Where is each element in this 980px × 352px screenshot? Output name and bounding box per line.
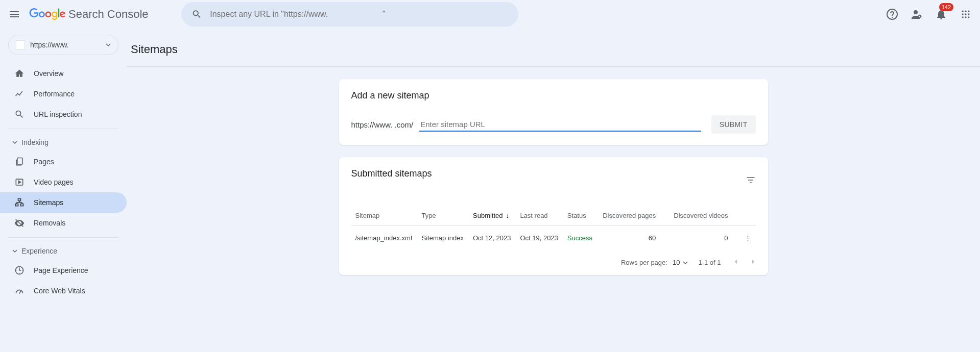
sitemap-url-input[interactable] <box>419 118 701 132</box>
prev-page-icon[interactable] <box>731 257 740 268</box>
col-discovered-pages[interactable]: Discovered pages <box>597 206 668 226</box>
col-type[interactable]: Type <box>418 206 469 226</box>
cell-discovered-videos: 0 <box>668 226 740 250</box>
cell-submitted: Oct 12, 2023 <box>469 226 516 250</box>
cell-sitemap: /sitemap_index.xml <box>351 226 418 250</box>
add-sitemap-card: Add a new sitemap https://www. .com/ SUB… <box>339 79 768 145</box>
svg-rect-13 <box>18 199 21 201</box>
sidebar-item-video-pages[interactable]: Video pages <box>0 172 127 192</box>
chevron-down-icon <box>12 248 17 254</box>
app-header: Search Console 142 <box>0 0 980 29</box>
chevron-down-icon <box>106 42 111 47</box>
table-row[interactable]: /sitemap_index.xml Sitemap index Oct 12,… <box>351 226 756 250</box>
sidebar-section-indexing[interactable]: Indexing <box>0 133 127 152</box>
col-discovered-videos[interactable]: Discovered videos <box>668 206 740 226</box>
sidebar-section-experience[interactable]: Experience <box>0 242 127 260</box>
cell-last-read: Oct 19, 2023 <box>516 226 563 250</box>
property-label: https://www. <box>30 41 101 49</box>
next-page-icon[interactable] <box>749 257 758 268</box>
sitemap-url-prefix: https://www. .com/ <box>351 120 414 129</box>
svg-point-0 <box>914 10 918 14</box>
svg-point-8 <box>962 16 964 18</box>
svg-point-9 <box>965 16 966 18</box>
filter-icon[interactable] <box>746 175 756 187</box>
app-logo[interactable]: Search Console <box>29 8 149 21</box>
submitted-sitemaps-card: Submitted sitemaps Sitemap Type Submitte… <box>339 157 768 275</box>
sidebar: https://www. Overview Performance URL in… <box>0 29 127 301</box>
sidebar-item-sitemaps[interactable]: Sitemaps <box>0 192 127 213</box>
menu-icon[interactable] <box>8 8 20 20</box>
sidebar-item-removals[interactable]: Removals <box>0 213 127 233</box>
svg-rect-14 <box>16 204 18 206</box>
main-content: Sitemaps Add a new sitemap https://www. … <box>127 29 980 301</box>
google-logo-icon <box>29 8 66 20</box>
col-last-read[interactable]: Last read <box>516 206 563 226</box>
svg-point-7 <box>968 13 969 15</box>
user-settings-icon[interactable] <box>911 8 923 20</box>
url-inspect-input[interactable] <box>210 10 508 19</box>
app-name: Search Console <box>68 8 149 21</box>
col-status[interactable]: Status <box>563 206 597 226</box>
svg-point-5 <box>962 13 964 15</box>
page-title: Sitemaps <box>131 43 964 56</box>
svg-point-4 <box>968 11 969 12</box>
svg-point-10 <box>968 16 969 18</box>
cell-type: Sitemap index <box>418 226 469 250</box>
sidebar-item-pages[interactable]: Pages <box>0 152 127 172</box>
svg-point-3 <box>965 11 966 12</box>
table-footer: Rows per page: 10 1-1 of 1 <box>339 250 768 275</box>
sitemaps-table: Sitemap Type Submitted↓ Last read Status… <box>351 206 756 250</box>
notifications-icon[interactable]: 142 <box>935 8 947 20</box>
property-selector[interactable]: https://www. <box>8 35 118 55</box>
sidebar-item-url-inspection[interactable]: URL inspection <box>0 104 127 124</box>
submit-sitemap-button[interactable]: SUBMIT <box>711 115 756 134</box>
notifications-badge: 142 <box>939 3 953 11</box>
apps-grid-icon[interactable] <box>960 8 972 20</box>
rows-per-page-label: Rows per page: <box>621 259 667 266</box>
chevron-down-icon <box>683 260 688 265</box>
col-sitemap[interactable]: Sitemap <box>351 206 418 226</box>
svg-rect-11 <box>17 158 22 165</box>
sidebar-item-core-web-vitals[interactable]: Core Web Vitals <box>0 281 127 301</box>
row-actions-icon[interactable]: ⋮ <box>740 226 756 250</box>
svg-point-6 <box>965 13 966 15</box>
sidebar-item-overview[interactable]: Overview <box>0 63 127 84</box>
pagination-range: 1-1 of 1 <box>698 259 721 266</box>
search-icon <box>192 9 202 20</box>
svg-rect-15 <box>21 204 23 206</box>
rows-per-page-select[interactable]: 10 <box>673 259 688 266</box>
help-icon[interactable] <box>886 8 898 20</box>
cell-status: Success <box>563 226 597 250</box>
cell-discovered-pages: 60 <box>597 226 668 250</box>
sidebar-item-performance[interactable]: Performance <box>0 84 127 104</box>
url-inspect-search[interactable] <box>181 2 518 27</box>
col-submitted[interactable]: Submitted↓ <box>469 206 516 226</box>
sort-down-icon: ↓ <box>506 212 510 219</box>
add-sitemap-title: Add a new sitemap <box>351 90 756 101</box>
sidebar-item-page-experience[interactable]: Page Experience <box>0 260 127 281</box>
svg-point-2 <box>962 11 964 12</box>
svg-point-1 <box>919 15 921 17</box>
submitted-sitemaps-title: Submitted sitemaps <box>351 168 432 179</box>
property-favicon <box>16 40 25 49</box>
chevron-down-icon <box>12 140 17 145</box>
